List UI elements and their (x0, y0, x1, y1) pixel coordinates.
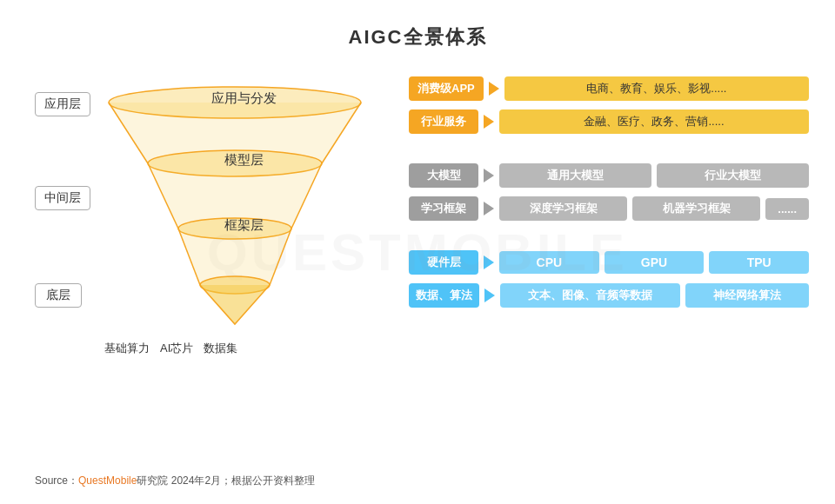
tag-hardware: 硬件层 (409, 250, 478, 275)
bottom-item-1: 基础算力 (104, 341, 150, 356)
content-row1: 电商、教育、娱乐、影视..... (504, 76, 809, 101)
col-neural-algo: 神经网络算法 (685, 283, 809, 308)
row-large-model: 大模型 通用大模型 行业大模型 (409, 163, 809, 188)
arrow-row2 (484, 115, 494, 129)
funnel-label-2: 模型层 (224, 152, 264, 169)
layer-label-top: 应用层 (35, 92, 90, 116)
content-row2: 金融、医疗、政务、营销..... (499, 109, 809, 134)
tag-framework: 学习框架 (409, 196, 478, 221)
col-ml-framework: 机器学习框架 (632, 196, 760, 221)
bottom-items-row: 基础算力 AI芯片 数据集 (104, 341, 237, 356)
layer-label-top-box: 应用层 (35, 92, 90, 116)
bottom-item-3: 数据集 (204, 341, 237, 356)
col-industry-model: 行业大模型 (657, 163, 809, 188)
row-hardware: 硬件层 CPU GPU TPU (409, 250, 809, 275)
right-panel: 消费级APP 电商、教育、娱乐、影视..... 行业服务 金融、医疗、政务、营销… (400, 76, 809, 372)
row-consumer-app: 消费级APP 电商、教育、娱乐、影视..... (409, 76, 809, 101)
divider-2 (409, 229, 809, 242)
col-data-types: 文本、图像、音频等数据 (500, 283, 680, 308)
source-prefix: Source： (35, 474, 78, 487)
funnel-area: 应用与分发 模型层 框架层 (96, 76, 391, 372)
funnel-label-3: 框架层 (224, 217, 264, 234)
divider-1 (409, 143, 809, 155)
source-link: QuestMobile (78, 474, 137, 487)
row-data-algo: 数据、算法 文本、图像、音频等数据 神经网络算法 (409, 283, 809, 308)
main-container: 应用与分发 模型层 框架层 应用层 中间层 底层 基础算力 AI芯片 数据集 消… (0, 76, 835, 372)
layer-label-bottom: 底层 (35, 283, 82, 308)
tag-consumer-app: 消费级APP (409, 76, 484, 101)
tag-large-model: 大模型 (409, 163, 478, 188)
arrow-row5 (484, 255, 494, 269)
layer-label-middle-box: 中间层 (35, 186, 90, 210)
col-general-model: 通用大模型 (499, 163, 651, 188)
funnel-label-1: 应用与分发 (211, 90, 277, 107)
col-framework-etc: ...... (765, 198, 809, 220)
arrow-row6 (484, 288, 495, 302)
layer-label-middle: 中间层 (35, 186, 90, 210)
col-gpu: GPU (605, 251, 705, 274)
source-line: Source：QuestMobile研究院 2024年2月；根据公开资料整理 (35, 474, 315, 488)
tag-industry-service: 行业服务 (409, 109, 478, 134)
row-framework: 学习框架 深度学习框架 机器学习框架 ...... (409, 196, 809, 221)
arrow-row4 (484, 202, 494, 216)
layer-label-bottom-box: 底层 (35, 283, 82, 308)
col-deep-learning: 深度学习框架 (499, 196, 627, 221)
row-industry-service: 行业服务 金融、医疗、政务、营销..... (409, 109, 809, 134)
arrow-row1 (489, 82, 499, 96)
funnel-labels: 应用与分发 模型层 框架层 (96, 76, 391, 372)
tag-data-algo: 数据、算法 (409, 283, 479, 308)
source-suffix: 研究院 2024年2月；根据公开资料整理 (137, 474, 315, 487)
bottom-item-2: AI芯片 (160, 341, 193, 356)
left-panel: 应用与分发 模型层 框架层 应用层 中间层 底层 基础算力 AI芯片 数据集 (35, 76, 400, 372)
col-cpu: CPU (499, 251, 599, 274)
col-tpu: TPU (709, 251, 809, 274)
arrow-row3 (484, 169, 494, 182)
page-title: AIGC全景体系 (0, 0, 835, 50)
